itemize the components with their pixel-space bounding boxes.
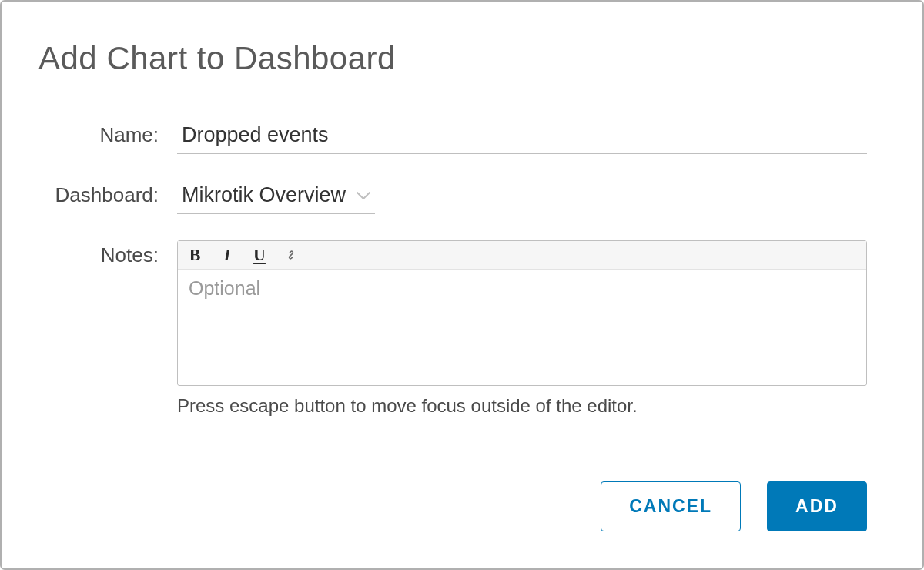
link-icon	[283, 247, 299, 263]
dashboard-row: Dashboard: Mikrotik Overview	[38, 180, 867, 214]
notes-editor: B I U Optional	[177, 240, 867, 386]
link-button[interactable]	[283, 246, 300, 263]
button-row: CANCEL ADD	[601, 481, 867, 531]
name-label: Name:	[38, 120, 177, 147]
notes-row: Notes: B I U Optional Press escape butto…	[38, 240, 867, 417]
bold-button[interactable]: B	[186, 246, 204, 263]
dashboard-dropdown[interactable]: Mikrotik Overview	[177, 180, 375, 214]
notes-label: Notes:	[38, 240, 177, 267]
notes-textarea[interactable]: Optional	[178, 270, 866, 385]
dashboard-label: Dashboard:	[38, 180, 177, 207]
add-chart-modal: Add Chart to Dashboard Name: Dashboard: …	[0, 0, 924, 570]
name-row: Name:	[38, 120, 867, 154]
notes-hint: Press escape button to move focus outsid…	[177, 395, 867, 417]
chevron-down-icon	[357, 191, 370, 200]
dashboard-value: Mikrotik Overview	[182, 183, 346, 207]
add-button[interactable]: ADD	[767, 481, 867, 531]
italic-button[interactable]: I	[218, 246, 236, 263]
modal-title: Add Chart to Dashboard	[38, 40, 867, 77]
cancel-button[interactable]: CANCEL	[601, 481, 741, 531]
name-input[interactable]	[177, 120, 867, 154]
editor-toolbar: B I U	[178, 241, 866, 270]
underline-button[interactable]: U	[250, 246, 269, 263]
